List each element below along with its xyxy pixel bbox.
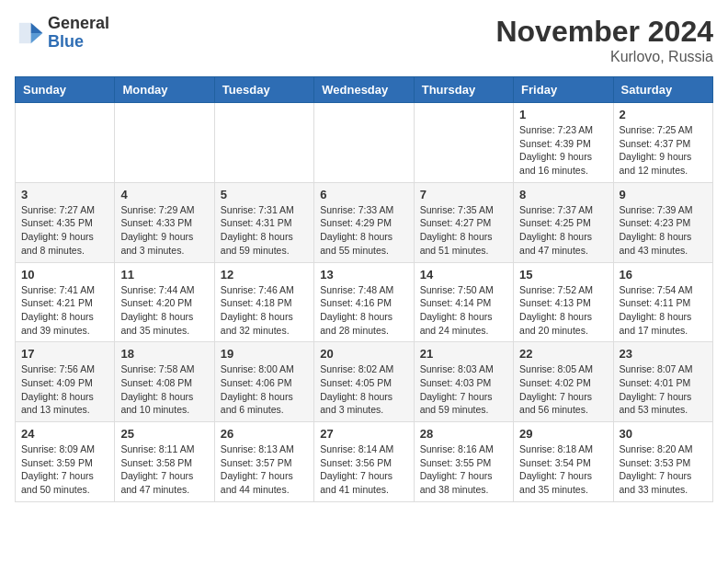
svg-marker-1 <box>31 33 43 43</box>
day-info: Sunrise: 7:44 AMSunset: 4:20 PMDaylight:… <box>120 283 208 338</box>
day-cell: 15Sunrise: 7:52 AMSunset: 4:13 PMDayligh… <box>514 262 613 342</box>
day-cell <box>115 103 214 183</box>
day-cell: 28Sunrise: 8:16 AMSunset: 3:55 PMDayligh… <box>414 422 513 502</box>
day-info: Sunrise: 8:20 AMSunset: 3:53 PMDaylight:… <box>620 442 707 497</box>
day-number: 10 <box>21 268 108 282</box>
day-cell: 18Sunrise: 7:58 AMSunset: 4:08 PMDayligh… <box>115 342 214 422</box>
day-cell: 4Sunrise: 7:29 AMSunset: 4:33 PMDaylight… <box>115 182 214 262</box>
day-number: 19 <box>221 347 308 361</box>
day-cell: 2Sunrise: 7:25 AMSunset: 4:37 PMDaylight… <box>613 103 712 183</box>
day-cell: 16Sunrise: 7:54 AMSunset: 4:11 PMDayligh… <box>613 262 712 342</box>
day-info: Sunrise: 8:13 AMSunset: 3:57 PMDaylight:… <box>221 442 308 497</box>
day-cell: 27Sunrise: 8:14 AMSunset: 3:56 PMDayligh… <box>314 422 414 502</box>
day-number: 16 <box>620 268 707 282</box>
day-cell: 20Sunrise: 8:02 AMSunset: 4:05 PMDayligh… <box>314 342 414 422</box>
day-cell <box>414 103 513 183</box>
week-row-2: 3Sunrise: 7:27 AMSunset: 4:35 PMDaylight… <box>16 182 713 262</box>
day-number: 17 <box>21 347 108 361</box>
day-number: 24 <box>21 427 108 441</box>
day-cell: 19Sunrise: 8:00 AMSunset: 4:06 PMDayligh… <box>214 342 313 422</box>
day-cell: 5Sunrise: 7:31 AMSunset: 4:31 PMDaylight… <box>214 182 313 262</box>
day-info: Sunrise: 7:39 AMSunset: 4:23 PMDaylight:… <box>620 203 707 258</box>
day-number: 30 <box>620 427 707 441</box>
day-number: 8 <box>519 188 607 201</box>
day-info: Sunrise: 8:16 AMSunset: 3:55 PMDaylight:… <box>420 442 507 497</box>
day-info: Sunrise: 7:35 AMSunset: 4:27 PMDaylight:… <box>420 203 507 258</box>
day-cell: 25Sunrise: 8:11 AMSunset: 3:58 PMDayligh… <box>115 422 214 502</box>
day-info: Sunrise: 7:46 AMSunset: 4:18 PMDaylight:… <box>221 283 308 338</box>
day-cell: 23Sunrise: 8:07 AMSunset: 4:01 PMDayligh… <box>613 342 712 422</box>
logo-icon <box>15 18 44 48</box>
day-info: Sunrise: 7:33 AMSunset: 4:29 PMDaylight:… <box>320 203 407 258</box>
day-info: Sunrise: 8:09 AMSunset: 3:59 PMDaylight:… <box>21 442 108 497</box>
day-cell: 29Sunrise: 8:18 AMSunset: 3:54 PMDayligh… <box>514 422 613 502</box>
week-row-5: 24Sunrise: 8:09 AMSunset: 3:59 PMDayligh… <box>16 422 713 502</box>
weekday-thursday: Thursday <box>414 77 513 103</box>
day-cell: 22Sunrise: 8:05 AMSunset: 4:02 PMDayligh… <box>514 342 613 422</box>
day-info: Sunrise: 8:05 AMSunset: 4:02 PMDaylight:… <box>519 362 607 417</box>
day-info: Sunrise: 8:18 AMSunset: 3:54 PMDaylight:… <box>519 442 607 497</box>
day-number: 27 <box>320 427 407 441</box>
day-info: Sunrise: 7:41 AMSunset: 4:21 PMDaylight:… <box>21 283 108 338</box>
svg-marker-2 <box>19 23 31 43</box>
day-number: 5 <box>221 188 308 201</box>
day-number: 2 <box>620 108 707 121</box>
day-cell: 3Sunrise: 7:27 AMSunset: 4:35 PMDaylight… <box>16 182 115 262</box>
day-number: 11 <box>120 268 208 282</box>
day-info: Sunrise: 7:56 AMSunset: 4:09 PMDaylight:… <box>21 362 108 417</box>
calendar-header: SundayMondayTuesdayWednesdayThursdayFrid… <box>16 77 713 103</box>
day-info: Sunrise: 8:02 AMSunset: 4:05 PMDaylight:… <box>320 362 407 417</box>
day-number: 20 <box>320 347 407 361</box>
day-number: 23 <box>620 347 707 361</box>
weekday-saturday: Saturday <box>613 77 712 103</box>
day-cell: 11Sunrise: 7:44 AMSunset: 4:20 PMDayligh… <box>115 262 214 342</box>
day-info: Sunrise: 8:07 AMSunset: 4:01 PMDaylight:… <box>620 362 707 417</box>
svg-marker-0 <box>31 23 43 33</box>
day-info: Sunrise: 7:23 AMSunset: 4:39 PMDaylight:… <box>519 123 607 178</box>
day-number: 18 <box>120 347 208 361</box>
day-cell <box>314 103 414 183</box>
day-number: 3 <box>21 188 108 201</box>
day-number: 25 <box>120 427 208 441</box>
week-row-3: 10Sunrise: 7:41 AMSunset: 4:21 PMDayligh… <box>16 262 713 342</box>
day-cell: 13Sunrise: 7:48 AMSunset: 4:16 PMDayligh… <box>314 262 414 342</box>
day-cell: 26Sunrise: 8:13 AMSunset: 3:57 PMDayligh… <box>214 422 313 502</box>
weekday-header-row: SundayMondayTuesdayWednesdayThursdayFrid… <box>16 77 713 103</box>
day-info: Sunrise: 7:27 AMSunset: 4:35 PMDaylight:… <box>21 203 108 258</box>
day-info: Sunrise: 7:58 AMSunset: 4:08 PMDaylight:… <box>120 362 208 417</box>
day-cell: 7Sunrise: 7:35 AMSunset: 4:27 PMDaylight… <box>414 182 513 262</box>
day-cell <box>16 103 115 183</box>
day-number: 7 <box>420 188 507 201</box>
day-cell: 8Sunrise: 7:37 AMSunset: 4:25 PMDaylight… <box>514 182 613 262</box>
day-info: Sunrise: 7:52 AMSunset: 4:13 PMDaylight:… <box>519 283 607 338</box>
day-cell: 24Sunrise: 8:09 AMSunset: 3:59 PMDayligh… <box>16 422 115 502</box>
day-cell <box>214 103 313 183</box>
day-number: 29 <box>519 427 607 441</box>
day-number: 6 <box>320 188 407 201</box>
day-number: 28 <box>420 427 507 441</box>
day-info: Sunrise: 8:14 AMSunset: 3:56 PMDaylight:… <box>320 442 407 497</box>
logo: General Blue <box>15 15 109 52</box>
day-cell: 14Sunrise: 7:50 AMSunset: 4:14 PMDayligh… <box>414 262 513 342</box>
day-info: Sunrise: 7:50 AMSunset: 4:14 PMDaylight:… <box>420 283 507 338</box>
day-cell: 17Sunrise: 7:56 AMSunset: 4:09 PMDayligh… <box>16 342 115 422</box>
day-cell: 21Sunrise: 8:03 AMSunset: 4:03 PMDayligh… <box>414 342 513 422</box>
day-cell: 9Sunrise: 7:39 AMSunset: 4:23 PMDaylight… <box>613 182 712 262</box>
weekday-wednesday: Wednesday <box>314 77 414 103</box>
day-cell: 6Sunrise: 7:33 AMSunset: 4:29 PMDaylight… <box>314 182 414 262</box>
weekday-sunday: Sunday <box>16 77 115 103</box>
logo-line2: Blue <box>48 33 109 52</box>
weekday-monday: Monday <box>115 77 214 103</box>
location: Kurlovo, Russia <box>495 49 713 65</box>
day-info: Sunrise: 8:00 AMSunset: 4:06 PMDaylight:… <box>221 362 308 417</box>
day-number: 21 <box>420 347 507 361</box>
calendar-table: SundayMondayTuesdayWednesdayThursdayFrid… <box>15 76 713 502</box>
day-info: Sunrise: 7:31 AMSunset: 4:31 PMDaylight:… <box>221 203 308 258</box>
week-row-4: 17Sunrise: 7:56 AMSunset: 4:09 PMDayligh… <box>16 342 713 422</box>
day-number: 22 <box>519 347 607 361</box>
day-number: 14 <box>420 268 507 282</box>
day-cell: 12Sunrise: 7:46 AMSunset: 4:18 PMDayligh… <box>214 262 313 342</box>
weekday-tuesday: Tuesday <box>214 77 313 103</box>
page-header: General Blue November 2024 Kurlovo, Russ… <box>15 15 713 65</box>
day-info: Sunrise: 8:11 AMSunset: 3:58 PMDaylight:… <box>120 442 208 497</box>
